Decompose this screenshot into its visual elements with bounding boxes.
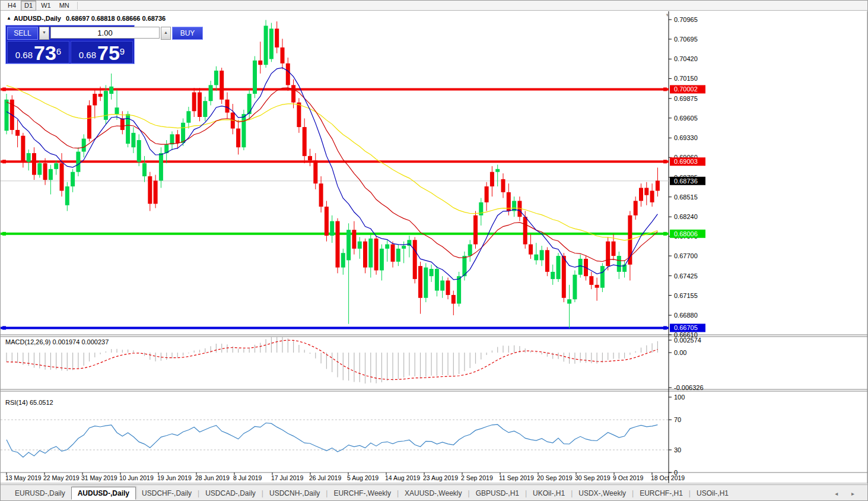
collapse-triangle-icon[interactable]: ▲ bbox=[7, 15, 11, 21]
svg-text:0.70420: 0.70420 bbox=[674, 55, 698, 62]
trading-platform-window: H4D1W1MN 0.709650.706950.704200.701500.6… bbox=[0, 0, 868, 501]
svg-text:70: 70 bbox=[674, 416, 681, 423]
svg-text:10 Jun 2019: 10 Jun 2019 bbox=[119, 474, 154, 481]
chart-symbol-title: AUDUSD-,Daily bbox=[14, 15, 61, 22]
price-axis-badge: 0.70002 bbox=[670, 85, 705, 93]
timeframe-button-d1[interactable]: D1 bbox=[21, 1, 36, 11]
svg-text:0.70002: 0.70002 bbox=[674, 85, 698, 93]
svg-text:28 Jun 2019: 28 Jun 2019 bbox=[195, 474, 230, 481]
svg-text:20 Sep 2019: 20 Sep 2019 bbox=[537, 474, 573, 481]
svg-text:0.70695: 0.70695 bbox=[674, 36, 698, 43]
svg-text:14 Aug 2019: 14 Aug 2019 bbox=[385, 474, 420, 481]
price-axis-badge: 0.68736 bbox=[670, 177, 705, 185]
rsi-axis[interactable]: 10070300 bbox=[669, 394, 685, 476]
svg-text:0.69003: 0.69003 bbox=[674, 158, 698, 165]
buy-price-display[interactable]: 0.68 75 9 bbox=[71, 41, 133, 64]
sell-price-display[interactable]: 0.68 73 6 bbox=[7, 41, 69, 64]
price-axis-badge: 0.68006 bbox=[670, 230, 705, 238]
svg-text:22 May 2019: 22 May 2019 bbox=[43, 474, 80, 481]
svg-text:31 May 2019: 31 May 2019 bbox=[81, 474, 117, 481]
svg-text:23 Aug 2019: 23 Aug 2019 bbox=[423, 474, 458, 481]
timeframe-button-h4[interactable]: H4 bbox=[4, 1, 20, 11]
svg-text:0.67700: 0.67700 bbox=[674, 252, 698, 259]
price-axis-badge: 0.66705 bbox=[670, 324, 705, 332]
symbol-tab-bar: EURUSD-,DailyAUDUSD-,DailyUSDCHF-,Daily|… bbox=[1, 484, 867, 501]
svg-text:0.002574: 0.002574 bbox=[674, 337, 701, 344]
macd-indicator-label: MACD(12,26,9) 0.001974 0.000237 bbox=[5, 338, 109, 345]
buy-price-base: 0.68 bbox=[79, 49, 96, 62]
svg-text:5 Aug 2019: 5 Aug 2019 bbox=[347, 474, 379, 481]
rsi-indicator-label: RSI(14) 65.0512 bbox=[5, 399, 53, 406]
one-click-trade-panel: SELL ▼ ▲ BUY 0.68 73 6 0.68 75 9 bbox=[5, 25, 135, 64]
chart-title-row: ▲AUDUSD-,Daily0.68697 0.68818 0.68666 0.… bbox=[7, 15, 166, 22]
svg-text:30: 30 bbox=[674, 446, 681, 454]
svg-text:19 Jun 2019: 19 Jun 2019 bbox=[157, 474, 192, 481]
svg-text:9 Oct 2019: 9 Oct 2019 bbox=[613, 474, 644, 481]
svg-text:0.70150: 0.70150 bbox=[674, 75, 698, 82]
symbol-tab-usdchf-daily[interactable]: USDCHF-,Daily bbox=[136, 487, 198, 499]
volume-increase-button[interactable]: ▲ bbox=[161, 27, 171, 40]
sell-price-pips: 73 bbox=[34, 44, 56, 62]
rsi-line bbox=[7, 423, 657, 458]
symbol-tab-usoil-h1[interactable]: USOil-,H1 bbox=[691, 487, 735, 499]
svg-text:17 Jul 2019: 17 Jul 2019 bbox=[271, 474, 303, 481]
sell-price-point: 6 bbox=[56, 42, 61, 62]
panel-frames bbox=[1, 11, 867, 483]
symbol-tab-ukoil-h1[interactable]: UKOil-,H1 bbox=[527, 487, 571, 499]
svg-text:-0.006326: -0.006326 bbox=[674, 384, 704, 391]
svg-text:0.69605: 0.69605 bbox=[674, 115, 698, 122]
symbol-tab-xauusd-weekly[interactable]: XAUUSD-,Weekly bbox=[399, 487, 468, 499]
timeframe-button-w1[interactable]: W1 bbox=[37, 1, 55, 11]
buy-price-pips: 75 bbox=[97, 44, 120, 62]
symbol-tab-usdcnh-daily[interactable]: USDCNH-,Daily bbox=[263, 487, 326, 499]
svg-text:0.66705: 0.66705 bbox=[674, 324, 698, 331]
svg-text:0.68736: 0.68736 bbox=[674, 177, 698, 185]
timeframe-toolbar: H4D1W1MN bbox=[1, 1, 867, 11]
buy-price-point: 9 bbox=[120, 42, 125, 62]
scroll-to-end-icon[interactable]: ▼ bbox=[665, 12, 670, 18]
symbol-tab-audusd-daily[interactable]: AUDUSD-,Daily bbox=[71, 487, 136, 500]
svg-text:26 Jul 2019: 26 Jul 2019 bbox=[309, 474, 341, 481]
sell-button[interactable]: SELL bbox=[7, 27, 38, 40]
svg-text:100: 100 bbox=[674, 394, 685, 401]
symbol-tab-eurchf-h1[interactable]: EURCHF-,H1 bbox=[634, 487, 689, 499]
svg-text:0.68515: 0.68515 bbox=[674, 194, 698, 201]
svg-text:8 Jul 2019: 8 Jul 2019 bbox=[233, 474, 262, 481]
svg-text:0.67155: 0.67155 bbox=[674, 292, 698, 299]
svg-text:0.66880: 0.66880 bbox=[674, 312, 698, 319]
ohlc-values: 0.68697 0.68818 0.68666 0.68736 bbox=[66, 15, 166, 22]
svg-text:30 Sep 2019: 30 Sep 2019 bbox=[575, 474, 611, 481]
macd-axis[interactable]: 0.0025740.00-0.006326 bbox=[669, 337, 704, 391]
symbol-tab-usdx-weekly[interactable]: USDX-,Weekly bbox=[573, 487, 632, 499]
svg-text:0.00: 0.00 bbox=[674, 349, 686, 356]
svg-text:0.68006: 0.68006 bbox=[674, 230, 698, 237]
svg-text:13 May 2019: 13 May 2019 bbox=[5, 474, 42, 481]
buy-button[interactable]: BUY bbox=[172, 27, 203, 40]
price-axis-badge: 0.69003 bbox=[670, 157, 705, 166]
svg-text:0.70965: 0.70965 bbox=[674, 16, 698, 23]
volume-input[interactable] bbox=[50, 27, 160, 39]
svg-text:0.69875: 0.69875 bbox=[674, 95, 698, 102]
timeframe-button-mn[interactable]: MN bbox=[56, 1, 73, 11]
symbol-tab-eurchf-weekly[interactable]: EURCHF-,Weekly bbox=[328, 487, 396, 499]
tab-scroll-arrows[interactable]: ◂ ▸ bbox=[835, 490, 860, 497]
volume-decrease-button[interactable]: ▼ bbox=[39, 27, 49, 40]
sell-price-base: 0.68 bbox=[15, 49, 33, 62]
symbol-tab-usdcad-daily[interactable]: USDCAD-,Daily bbox=[199, 487, 262, 499]
symbol-tab-gbpusd-h1[interactable]: GBPUSD-,H1 bbox=[470, 487, 525, 499]
toolbar-separator bbox=[77, 2, 78, 9]
svg-text:18 Oct 2019: 18 Oct 2019 bbox=[651, 474, 685, 481]
chart-canvas[interactable]: 0.709650.706950.704200.701500.698750.696… bbox=[1, 11, 868, 484]
svg-text:0.69330: 0.69330 bbox=[674, 134, 698, 141]
date-axis[interactable]: 13 May 201922 May 201931 May 201910 Jun … bbox=[5, 473, 685, 481]
svg-text:2 Sep 2019: 2 Sep 2019 bbox=[461, 474, 493, 481]
svg-text:0.68240: 0.68240 bbox=[674, 213, 698, 220]
svg-text:0.67425: 0.67425 bbox=[674, 272, 698, 280]
svg-text:11 Sep 2019: 11 Sep 2019 bbox=[499, 474, 534, 481]
symbol-tab-eurusd-daily[interactable]: EURUSD-,Daily bbox=[9, 487, 71, 499]
